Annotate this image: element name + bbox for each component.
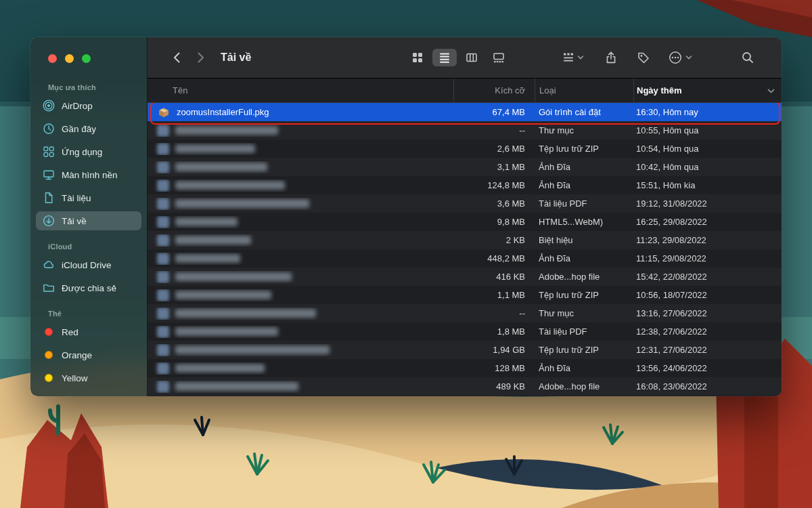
file-list[interactable]: zoomusInstallerFull.pkg 67,4 MB Gói trìn… xyxy=(148,103,782,396)
group-by-button[interactable] xyxy=(562,51,584,64)
file-kind: Ảnh Đĩa xyxy=(535,253,633,263)
file-icon-redacted xyxy=(157,344,169,356)
file-row[interactable]: 416 KB Adobe...hop file 15:42, 22/08/202… xyxy=(148,268,782,286)
file-row[interactable]: 1,8 MB Tài liệu PDF 12:38, 27/06/2022 xyxy=(148,322,782,341)
file-row[interactable]: 448,2 MB Ảnh Đĩa 11:15, 29/08/2022 xyxy=(148,249,782,268)
finder-main: Tải về xyxy=(148,37,782,396)
forward-button[interactable] xyxy=(194,51,207,64)
file-date: 13:56, 24/06/2022 xyxy=(633,363,782,373)
view-columns-button[interactable] xyxy=(459,49,484,66)
file-date: 16:25, 29/08/2022 xyxy=(633,217,782,227)
file-kind: Tệp lưu trữ ZIP xyxy=(535,290,633,300)
sidebar-item-downloads[interactable]: Tải về xyxy=(36,211,141,230)
file-size: 9,8 MB xyxy=(453,217,535,227)
minimize-window-button[interactable] xyxy=(65,54,74,63)
file-row[interactable]: -- Thư mục 10:55, Hôm qua xyxy=(148,121,782,140)
file-row[interactable]: 124,8 MB Ảnh Đĩa 15:51, Hôm kia xyxy=(148,176,782,194)
file-name-redacted xyxy=(175,163,267,171)
sidebar-item-applications[interactable]: Ứng dụng xyxy=(36,142,141,161)
more-options-button[interactable] xyxy=(668,50,692,65)
tag-dot-red xyxy=(45,328,53,336)
sidebar-item-label: Yellow xyxy=(62,373,88,383)
file-row[interactable]: 2,6 MB Tệp lưu trữ ZIP 10:54, Hôm qua xyxy=(148,140,782,158)
cloud-icon xyxy=(43,259,58,271)
file-kind: Adobe...hop file xyxy=(535,381,633,391)
tag-dot-yellow xyxy=(45,374,53,382)
file-kind: Biệt hiệu xyxy=(535,235,633,245)
sidebar-section-icloud: iCloud xyxy=(30,242,147,251)
file-date: 11:23, 29/08/2022 xyxy=(633,235,782,245)
sidebar-item-label: Gần đây xyxy=(62,124,96,134)
file-date: 10:56, 18/07/2022 xyxy=(633,290,782,300)
file-row[interactable]: 3,1 MB Ảnh Đĩa 10:42, Hôm qua xyxy=(148,158,782,176)
file-kind: Tệp lưu trữ ZIP xyxy=(535,144,633,154)
column-header-size[interactable]: Kích cỡ xyxy=(453,79,535,102)
file-kind: Gói trình cài đặt xyxy=(535,107,633,117)
file-row[interactable]: zoomusInstallerFull.pkg 67,4 MB Gói trìn… xyxy=(148,103,782,121)
sidebar-section-favorites: Mục ưa thích xyxy=(30,83,147,91)
file-date: 10:54, Hôm qua xyxy=(633,144,782,154)
file-kind: Tài liệu PDF xyxy=(535,326,633,337)
sidebar-item-desktop[interactable]: Màn hình nền xyxy=(36,165,141,184)
file-row[interactable]: 128 MB Ảnh Đĩa 13:56, 24/06/2022 xyxy=(148,359,782,377)
file-row[interactable]: 9,8 MB HTML5...WebM) 16:25, 29/08/2022 xyxy=(148,213,782,231)
file-icon-redacted xyxy=(157,179,169,192)
file-size: 2 KB xyxy=(453,235,535,245)
column-header-kind[interactable]: Loại xyxy=(535,79,633,102)
file-size: -- xyxy=(453,308,535,318)
file-icon-redacted xyxy=(157,289,169,301)
file-name-redacted xyxy=(175,309,316,318)
file-icon-redacted xyxy=(157,198,169,210)
file-name-redacted xyxy=(175,126,278,135)
sort-direction-icon[interactable] xyxy=(767,85,775,96)
view-list-button[interactable] xyxy=(432,49,457,66)
file-size: 489 KB xyxy=(453,381,535,391)
sidebar-item-shared[interactable]: Được chia sẻ xyxy=(36,278,141,297)
sidebar-section-tags: Thẻ xyxy=(30,310,147,318)
file-name: zoomusInstallerFull.pkg xyxy=(177,107,269,117)
file-kind: HTML5...WebM) xyxy=(535,217,633,227)
sidebar-item-tag-red[interactable]: Red xyxy=(36,322,141,341)
sidebar-item-tag-yellow[interactable]: Yellow xyxy=(36,368,141,387)
sidebar-item-airdrop[interactable]: AirDrop xyxy=(36,96,141,115)
search-button[interactable] xyxy=(741,51,754,64)
file-row[interactable]: 1,94 GB Tệp lưu trữ ZIP 12:31, 27/06/202… xyxy=(148,341,782,359)
share-button[interactable] xyxy=(604,51,618,64)
file-name-redacted xyxy=(175,181,285,190)
file-date: 10:42, Hôm qua xyxy=(633,162,782,172)
file-row[interactable]: 3,6 MB Tài liệu PDF 19:12, 31/08/2022 xyxy=(148,194,782,213)
column-header-name[interactable]: Tên xyxy=(148,79,453,102)
file-name-redacted xyxy=(175,254,240,263)
file-icon-redacted xyxy=(157,381,169,393)
file-row[interactable]: 1,1 MB Tệp lưu trữ ZIP 10:56, 18/07/2022 xyxy=(148,286,782,304)
file-date: 16:08, 23/06/2022 xyxy=(633,381,782,391)
zoom-window-button[interactable] xyxy=(82,54,91,63)
file-kind: Ảnh Đĩa xyxy=(535,162,633,172)
airdrop-icon xyxy=(43,100,58,112)
file-icon-redacted xyxy=(157,253,169,265)
file-row[interactable]: 2 KB Biệt hiệu 11:23, 29/08/2022 xyxy=(148,231,782,249)
file-kind: Tài liệu PDF xyxy=(535,198,633,209)
close-window-button[interactable] xyxy=(48,54,57,63)
tags-button[interactable] xyxy=(637,51,650,64)
file-size: 416 KB xyxy=(453,272,535,282)
sidebar-item-label: Tài liệu xyxy=(62,193,91,203)
view-gallery-button[interactable] xyxy=(487,49,511,66)
file-name-redacted xyxy=(175,236,251,245)
sidebar-item-documents[interactable]: Tài liệu xyxy=(36,188,141,207)
sidebar-item-tag-orange[interactable]: Orange xyxy=(36,345,141,364)
view-icons-button[interactable] xyxy=(405,49,430,66)
document-icon xyxy=(43,192,58,204)
file-name-redacted xyxy=(175,217,238,226)
back-button[interactable] xyxy=(171,51,184,64)
file-row[interactable]: 489 KB Adobe...hop file 16:08, 23/06/202… xyxy=(148,377,782,396)
sidebar-item-icloud-drive[interactable]: iCloud Drive xyxy=(36,255,141,274)
column-header-date-added[interactable]: Ngày thêm xyxy=(633,79,782,102)
file-name-redacted xyxy=(175,199,309,208)
sidebar-item-recents[interactable]: Gần đây xyxy=(36,119,141,138)
file-kind: Tệp lưu trữ ZIP xyxy=(535,345,633,355)
file-row[interactable]: -- Thư mục 13:16, 27/06/2022 xyxy=(148,304,782,322)
file-size: 3,1 MB xyxy=(453,162,535,172)
file-size: 3,6 MB xyxy=(453,198,535,209)
window-title: Tải về xyxy=(221,51,251,64)
